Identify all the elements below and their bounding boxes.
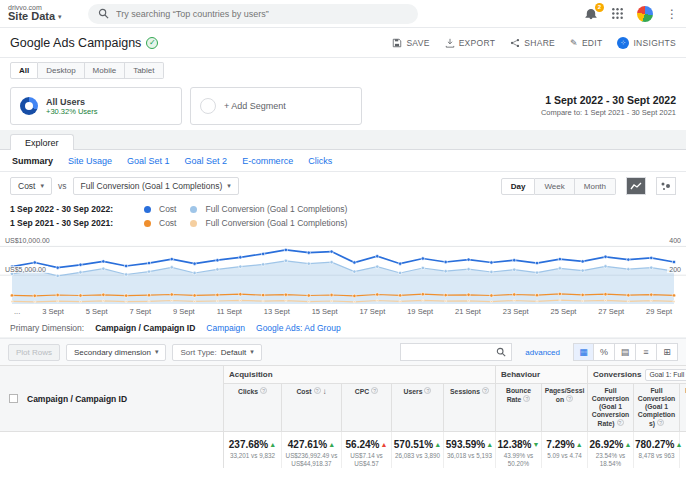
trend-up-icon: ▲ xyxy=(486,441,493,448)
chevron-down-icon: ▾ xyxy=(58,13,62,20)
help-icon[interactable]: ? xyxy=(482,387,489,394)
column-header-4[interactable]: Sessions? xyxy=(444,384,496,431)
tab-goal-set-1[interactable]: Goal Set 1 xyxy=(127,156,170,166)
dimension-ad-group[interactable]: Google Ads: Ad Group xyxy=(256,323,341,333)
date-range-picker[interactable]: 1 Sept 2022 - 30 Sept 2022 Compare to: 1… xyxy=(541,94,676,117)
secondary-dimension-dropdown[interactable]: Secondary dimension ▾ xyxy=(66,344,166,361)
x-axis-labels: ...3 Sept5 Sept7 Sept9 Sept11 Sept13 Sep… xyxy=(0,304,686,318)
kebab-menu-icon[interactable]: ⋮ xyxy=(666,7,678,21)
legend-period-compare: 1 Sep 2021 - 30 Sep 2021: xyxy=(10,218,136,228)
segment-all-users[interactable]: All Users +30.32% Users xyxy=(10,87,182,125)
global-search[interactable] xyxy=(88,4,418,24)
granularity-week[interactable]: Week xyxy=(535,178,574,195)
insights-icon: ⁘ xyxy=(617,37,629,49)
tab-summary[interactable]: Summary xyxy=(12,156,53,166)
chevron-down-icon: ▾ xyxy=(155,348,159,356)
x-tick-label: 13 Sept xyxy=(264,307,290,316)
apps-grid-icon[interactable] xyxy=(611,7,624,20)
dimension-campaign-id[interactable]: Campaign / Campaign ID xyxy=(95,323,195,333)
save-button[interactable]: SAVE xyxy=(392,38,429,48)
device-tab-mobile[interactable]: Mobile xyxy=(85,62,126,79)
tab-clicks[interactable]: Clicks xyxy=(308,156,332,166)
granularity-month[interactable]: Month xyxy=(575,178,616,195)
metric-b-dropdown[interactable]: Full Conversion (Goal 1 Completions) ▾ xyxy=(73,177,239,195)
column-header-8[interactable]: Full Conversion (Goal 1 Completions)? xyxy=(634,384,680,431)
x-tick-label: 25 Sept xyxy=(551,307,577,316)
goal-selector-dropdown[interactable]: Goal 1: Full Conversion ▾ xyxy=(645,369,686,381)
performance-view-icon[interactable]: ▤ xyxy=(615,343,636,361)
column-header-9[interactable]: Full Conve (Goal 1 Va? xyxy=(680,384,686,431)
data-view-icon[interactable]: ▦ xyxy=(573,343,594,361)
column-header-6[interactable]: Pages/Session? xyxy=(542,384,588,431)
column-header-5[interactable]: Bounce Rate? xyxy=(496,384,542,431)
help-icon[interactable]: ? xyxy=(260,387,267,394)
pencil-icon: ✎ xyxy=(570,38,578,48)
summary-cell-3: 570.51%▲26,083 vs 3,890 xyxy=(392,432,444,468)
motion-chart-toggle-icon[interactable] xyxy=(656,177,676,195)
tab-explorer[interactable]: Explorer xyxy=(10,134,74,150)
tab-ecommerce[interactable]: E-commerce xyxy=(242,156,293,166)
pivot-view-icon[interactable]: ⊞ xyxy=(657,343,678,361)
dimension-column-header[interactable]: Campaign / Campaign ID xyxy=(0,366,224,431)
notifications-button[interactable]: 2 xyxy=(584,7,598,21)
device-tab-tablet[interactable]: Tablet xyxy=(125,62,163,79)
help-icon[interactable]: ? xyxy=(371,387,378,394)
select-all-checkbox[interactable] xyxy=(9,394,18,403)
property-switcher[interactable]: drivvo.com Site Data ▾ xyxy=(8,4,88,23)
table-search[interactable] xyxy=(400,343,512,361)
timeseries-chart[interactable]: US$10,000.00US$5,000.00400200 xyxy=(0,232,686,304)
column-header-2[interactable]: CPC? xyxy=(342,384,392,431)
dimension-campaign[interactable]: Campaign xyxy=(206,323,245,333)
x-tick-label: 11 Sept xyxy=(217,307,242,316)
help-icon[interactable]: ? xyxy=(424,387,431,394)
column-header-7[interactable]: Full Conversion (Goal 1 Conversion Rate)… xyxy=(588,384,634,431)
trend-down-icon: ▼ xyxy=(532,441,539,448)
summary-cell-8: 780.27%▲8,478 vs 963 xyxy=(634,432,680,468)
device-tab-desktop[interactable]: Desktop xyxy=(38,62,84,79)
metric-picker-row: Cost ▾ vs Full Conversion (Goal 1 Comple… xyxy=(0,172,686,200)
avatar[interactable] xyxy=(637,6,653,22)
group-header-conversions: Conversions Goal 1: Full Conversion ▾ xyxy=(588,366,686,383)
trend-up-icon: ▲ xyxy=(434,441,441,448)
chevron-down-icon: ▾ xyxy=(40,182,44,190)
line-chart-toggle-icon[interactable] xyxy=(626,177,646,195)
x-tick-label: 9 Sept xyxy=(173,307,195,316)
x-tick-label: 7 Sept xyxy=(129,307,151,316)
help-icon[interactable]: ? xyxy=(523,395,530,402)
date-range-compare: Compare to: 1 Sept 2021 - 30 Sept 2021 xyxy=(541,108,676,118)
percentage-view-icon[interactable]: % xyxy=(594,343,615,361)
help-icon[interactable]: ? xyxy=(617,419,624,426)
help-icon[interactable]: ? xyxy=(314,387,321,394)
trend-up-icon: ▲ xyxy=(380,441,387,448)
column-header-1[interactable]: Cost?↓ xyxy=(282,384,342,431)
device-tab-all[interactable]: All xyxy=(10,62,38,79)
x-tick-label: 29 Sept xyxy=(646,307,672,316)
y-axis-label-right: 200 xyxy=(667,266,683,273)
edit-button[interactable]: ✎ EDIT xyxy=(570,38,602,48)
search-input[interactable] xyxy=(116,9,408,19)
tab-site-usage[interactable]: Site Usage xyxy=(68,156,112,166)
add-segment-button[interactable]: + Add Segment xyxy=(190,87,362,125)
sort-type-dropdown[interactable]: Sort Type: Default ▾ xyxy=(172,344,261,361)
share-button[interactable]: SHARE xyxy=(510,38,555,48)
metric-a-dropdown[interactable]: Cost ▾ xyxy=(10,177,52,195)
x-tick-label: 5 Sept xyxy=(86,307,108,316)
plot-rows-button[interactable]: Plot Rows xyxy=(8,344,60,361)
tab-goal-set-2[interactable]: Goal Set 2 xyxy=(185,156,228,166)
help-icon[interactable]: ? xyxy=(566,395,573,402)
column-header-0[interactable]: Clicks? xyxy=(224,384,282,431)
help-icon[interactable]: ? xyxy=(657,419,664,426)
table-search-input[interactable] xyxy=(406,348,492,357)
column-header-3[interactable]: Users? xyxy=(392,384,444,431)
export-button[interactable]: EXPORT xyxy=(445,38,496,48)
device-segment-tabs: All Desktop Mobile Tablet xyxy=(0,58,686,82)
summary-cell-1: 427.61%▲US$236,992.49 vs US$44,918.37 xyxy=(282,432,342,468)
x-tick-label: 27 Sept xyxy=(598,307,624,316)
comparison-view-icon[interactable]: ≡ xyxy=(636,343,657,361)
summary-cell-0: 237.68%▲33,201 vs 9,832 xyxy=(224,432,282,468)
x-tick-label: 15 Sept xyxy=(312,307,338,316)
advanced-search-link[interactable]: advanced xyxy=(525,348,560,357)
search-icon xyxy=(98,8,109,19)
insights-button[interactable]: ⁘ INSIGHTS xyxy=(617,37,676,49)
granularity-day[interactable]: Day xyxy=(501,178,536,195)
